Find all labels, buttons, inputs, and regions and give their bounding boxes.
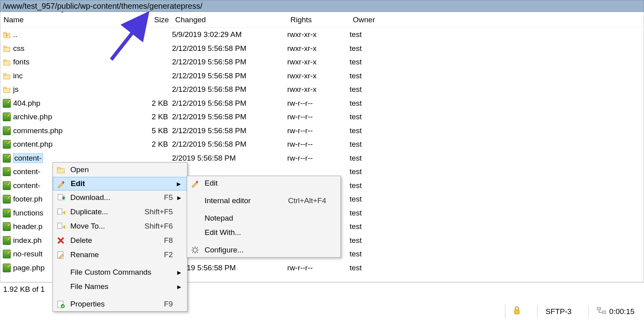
context-submenu-edit: EditInternal editorCtrl+Alt+F4NotepadEdi…	[187, 176, 341, 258]
col-header-rights[interactable]: Rights	[287, 14, 350, 26]
rename-icon	[55, 250, 66, 259]
svg-rect-13	[57, 169, 64, 173]
file-name: js	[13, 85, 19, 94]
php-icon	[3, 154, 11, 162]
file-name: ..	[13, 30, 17, 39]
menu-item-configure[interactable]: Configure...	[187, 243, 340, 257]
file-rights: rwxr-xr-x	[287, 44, 350, 53]
file-owner: test	[350, 236, 397, 245]
menu-item-duplicate[interactable]: Duplicate...Shift+F5	[53, 205, 187, 219]
menu-item-open[interactable]: Open	[53, 163, 187, 177]
file-changed: 2/2019 5:56:58 PM	[172, 264, 287, 272]
php-icon	[3, 264, 11, 272]
file-rights: rw-r--r--	[287, 99, 350, 108]
file-name: content-	[13, 181, 41, 190]
properties-icon	[55, 300, 66, 308]
col-header-owner[interactable]: Owner	[350, 14, 397, 26]
file-owner: test	[350, 140, 397, 149]
file-row[interactable]: 404.php2 KB2/12/2019 5:56:58 PMrw-r--r--…	[0, 97, 644, 111]
file-row[interactable]: fonts2/12/2019 5:56:58 PMrwxr-xr-xtest	[0, 55, 644, 69]
menu-item-properties[interactable]: PropertiesF9	[53, 297, 187, 311]
svg-rect-16	[58, 194, 63, 200]
file-owner: test	[350, 222, 397, 231]
file-name: content-	[13, 153, 43, 163]
file-size: 5 KB	[143, 126, 172, 135]
menu-item-file-custom-commands[interactable]: File Custom Commands▶	[53, 265, 187, 279]
menu-item-file-names[interactable]: File Names▶	[53, 279, 187, 294]
duplicate-icon	[55, 208, 66, 216]
php-icon	[3, 182, 11, 190]
file-row[interactable]: comments.php5 KB2/12/2019 5:56:58 PMrw-r…	[0, 124, 644, 138]
php-icon	[3, 113, 11, 121]
menu-item-label: Properties	[70, 300, 148, 308]
file-owner: test	[350, 154, 397, 163]
menu-item-label: Edit With...	[205, 228, 326, 237]
menu-item-label: Move To...	[70, 222, 129, 231]
remote-path-bar[interactable]: /www/test_957/public/wp-content/themes/g…	[0, 0, 644, 12]
folder-icon	[3, 45, 11, 52]
file-owner: test	[350, 250, 397, 258]
menu-item-rename[interactable]: RenameF2	[53, 248, 187, 262]
menu-item-edit[interactable]: Edit▶	[53, 177, 187, 190]
menu-item-label: Internal editor	[205, 196, 272, 205]
submenu-arrow-icon: ▶	[177, 284, 182, 290]
status-protocol[interactable]: SFTP-3	[537, 306, 579, 318]
file-changed: 2/12/2019 5:56:58 PM	[172, 44, 287, 53]
menu-item-label: Notepad	[205, 214, 326, 223]
file-rights: rwxr-xr-x	[287, 58, 350, 66]
file-size: 2 KB	[143, 112, 172, 121]
svg-rect-7	[4, 74, 6, 75]
menu-item-edit[interactable]: Edit	[187, 176, 340, 190]
file-owner: test	[350, 181, 397, 190]
php-icon	[3, 99, 11, 107]
menu-item-label: File Custom Commands	[70, 268, 173, 277]
menu-item-label: Duplicate...	[70, 208, 129, 216]
delete-icon	[55, 236, 66, 245]
svg-rect-3	[4, 46, 6, 48]
svg-rect-9	[4, 87, 6, 89]
file-rights: rw-r--r--	[287, 126, 350, 135]
connection-icon	[597, 307, 606, 316]
file-row[interactable]: js2/12/2019 5:56:58 PMrwxr-xr-xtest	[0, 83, 644, 97]
menu-item-move-to[interactable]: Move To...Shift+F6	[53, 219, 187, 233]
file-rights: rwxr-xr-x	[287, 85, 350, 94]
status-encryption[interactable]	[505, 304, 528, 318]
file-owner: test	[350, 167, 397, 176]
file-row[interactable]: inc2/12/2019 5:56:58 PMrwxr-xr-xtest	[0, 69, 644, 83]
col-header-changed[interactable]: Changed	[172, 14, 287, 26]
menu-item-shortcut: F9	[164, 300, 173, 308]
file-changed: 2/12/2019 5:56:58 PM	[172, 85, 287, 94]
menu-item-edit-with[interactable]: Edit With...	[187, 225, 340, 240]
file-name: footer.ph	[13, 195, 43, 204]
file-owner: test	[350, 264, 397, 272]
menu-item-label: Edit	[205, 179, 326, 188]
file-row[interactable]: ..5/9/2019 3:02:29 AMrwxr-xr-xtest	[0, 28, 644, 42]
menu-item-shortcut: F2	[164, 250, 173, 259]
file-row[interactable]: content.php2 KB2/12/2019 5:56:58 PMrw-r-…	[0, 138, 644, 151]
submenu-arrow-icon: ▶	[176, 181, 181, 187]
folder-open-icon	[55, 165, 66, 174]
status-connection[interactable]: 0:00:15	[588, 305, 642, 318]
file-row[interactable]: css2/12/2019 5:56:58 PMrwxr-xr-xtest	[0, 42, 644, 56]
svg-rect-10	[514, 310, 519, 314]
file-row[interactable]: archive.php2 KB2/12/2019 5:56:58 PMrw-r-…	[0, 110, 644, 124]
file-owner: test	[350, 44, 397, 53]
file-size: 2 KB	[143, 140, 172, 149]
file-changed: 5/9/2019 3:02:29 AM	[172, 30, 287, 39]
folder-icon	[3, 85, 11, 93]
file-rights: rwxr-xr-x	[287, 30, 350, 39]
menu-item-label: File Names	[70, 282, 173, 291]
menu-item-label: Delete	[70, 236, 148, 245]
menu-item-notepad[interactable]: Notepad	[187, 211, 340, 225]
menu-item-internal-editor[interactable]: Internal editorCtrl+Alt+F4	[187, 194, 340, 208]
file-owner: test	[350, 30, 397, 39]
sort-indicator-icon: ⌃	[60, 10, 65, 17]
menu-item-delete[interactable]: DeleteF8	[53, 233, 187, 248]
file-name: archive.php	[13, 112, 52, 121]
menu-item-download[interactable]: Download...F5▶	[53, 190, 187, 205]
file-rights: rwxr-xr-x	[287, 72, 350, 80]
php-icon	[3, 168, 11, 176]
file-owner: test	[350, 58, 397, 66]
php-icon	[3, 237, 11, 244]
remote-path-text: /www/test_957/public/wp-content/themes/g…	[3, 2, 203, 10]
